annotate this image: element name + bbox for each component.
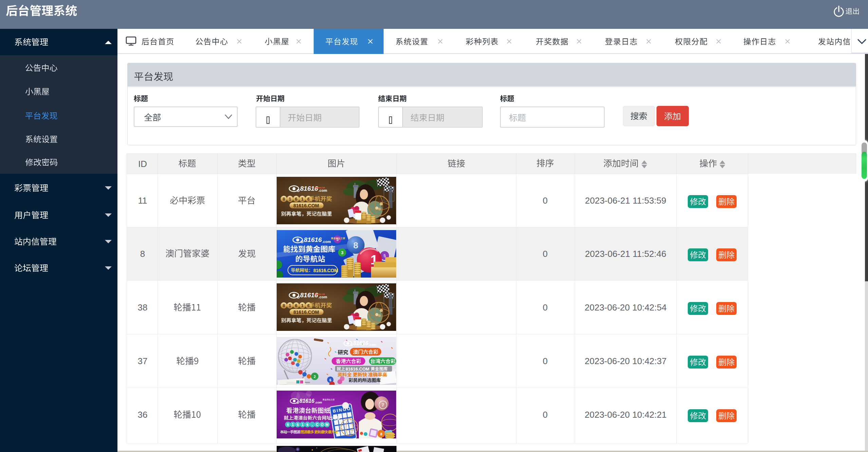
svg-text:6: 6 — [295, 196, 297, 202]
svg-text:2: 2 — [314, 375, 316, 379]
svg-text:7: 7 — [382, 403, 384, 408]
svg-text:81616.COM: 81616.COM — [293, 203, 319, 208]
svg-text:.com: .com — [315, 401, 322, 404]
svg-text:3: 3 — [341, 250, 343, 255]
svg-text:81616: 81616 — [353, 340, 369, 346]
svg-text:6: 6 — [295, 303, 297, 308]
svg-text:O: O — [321, 422, 324, 427]
svg-text:1: 1 — [301, 196, 303, 202]
svg-text:.com: .com — [318, 188, 327, 192]
svg-text:6: 6 — [307, 303, 310, 308]
svg-text:81616.COM: 81616.COM — [293, 309, 319, 315]
svg-text:6: 6 — [329, 378, 331, 382]
svg-text:M: M — [326, 422, 329, 427]
svg-text:8: 8 — [287, 422, 289, 427]
svg-text:6: 6 — [307, 422, 309, 427]
svg-text:81616: 81616 — [300, 185, 318, 192]
svg-text:C: C — [316, 422, 319, 427]
svg-text:1: 1 — [289, 196, 291, 202]
svg-text:1: 1 — [301, 303, 303, 308]
svg-text:.com: .com — [369, 343, 376, 346]
svg-text:8: 8 — [380, 432, 382, 436]
svg-text:.com: .com — [322, 240, 331, 244]
svg-text:6: 6 — [307, 196, 310, 202]
svg-text:81616: 81616 — [299, 398, 314, 404]
svg-text:81616: 81616 — [300, 291, 318, 299]
svg-text:1: 1 — [301, 422, 303, 427]
svg-text:81616.COM: 81616.COM — [346, 366, 369, 372]
svg-text:.com: .com — [318, 295, 327, 299]
svg-text:8: 8 — [353, 240, 358, 250]
svg-text:8: 8 — [282, 303, 285, 308]
svg-text:8: 8 — [282, 196, 285, 202]
svg-text:81616.COM: 81616.COM — [313, 268, 338, 273]
svg-text:.: . — [312, 422, 313, 427]
svg-text:81616: 81616 — [304, 236, 322, 243]
svg-text:1: 1 — [292, 422, 294, 427]
svg-text:1: 1 — [289, 303, 291, 308]
svg-text:6: 6 — [297, 422, 299, 427]
